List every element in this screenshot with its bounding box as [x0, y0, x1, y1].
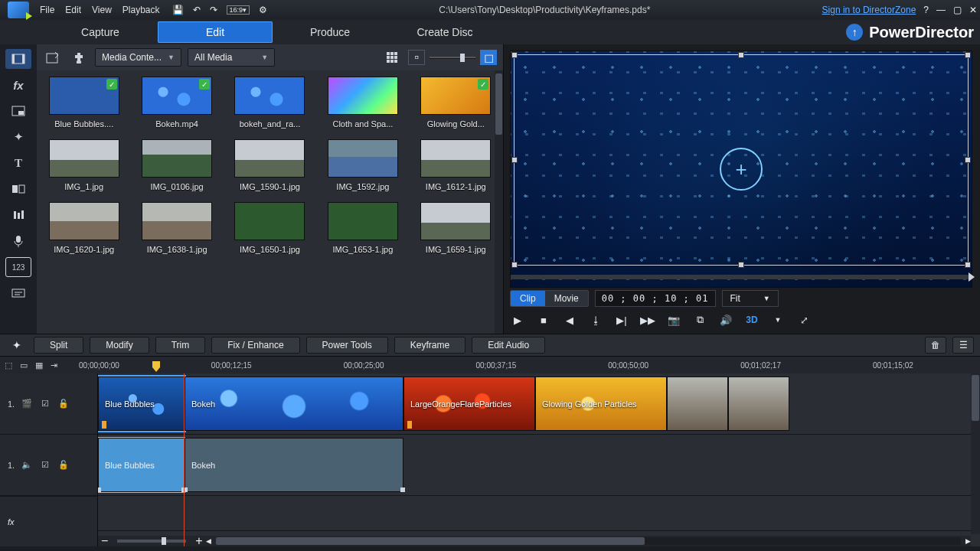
prev-frame-icon[interactable]: ◀: [562, 312, 577, 328]
room-pip-icon[interactable]: [5, 101, 31, 121]
media-thumbnail[interactable]: IMG_1592.jpg: [323, 139, 402, 191]
fx-track[interactable]: [98, 496, 980, 531]
magic-tools-icon[interactable]: ✦: [6, 339, 28, 351]
video-track[interactable]: Blue BubblesBokehLargeOrangeFlareParticl…: [98, 373, 980, 435]
undo-icon[interactable]: ↶: [193, 5, 201, 15]
timeline-clip[interactable]: Blue Bubbles: [98, 377, 185, 431]
room-title-icon[interactable]: T: [5, 153, 31, 173]
media-thumbnail[interactable]: ✓Glowing Gold...: [416, 77, 495, 129]
close-button[interactable]: ✕: [969, 5, 977, 15]
zoom-in-icon[interactable]: +: [192, 534, 205, 548]
keyframe-marker[interactable]: [407, 421, 412, 429]
snapshot-icon[interactable]: 📷: [666, 312, 681, 328]
keyframe-button[interactable]: Keyframe: [394, 337, 466, 354]
audio-track-header[interactable]: 1. 🔈 ☑ 🔓: [0, 435, 97, 496]
timeline-vscroll[interactable]: [971, 373, 980, 534]
zoom-out-icon[interactable]: −: [98, 534, 111, 548]
video-track-header[interactable]: 1. 🎬 ☑ 🔓: [0, 373, 97, 435]
undock-icon[interactable]: ⤢: [796, 312, 812, 328]
menu-file[interactable]: File: [40, 5, 54, 15]
more-tools-icon[interactable]: ☰: [952, 337, 974, 354]
modify-button[interactable]: Modify: [90, 337, 149, 354]
mode-produce[interactable]: Produce: [273, 21, 387, 43]
plugin-icon[interactable]: [69, 48, 89, 67]
thumb-large-icon[interactable]: ◻: [480, 50, 497, 65]
hscroll-left-icon[interactable]: ◀: [206, 537, 211, 545]
playhead-line[interactable]: [184, 373, 185, 546]
timecode-display[interactable]: 00 ; 00 ; 10 ; 01: [595, 290, 716, 307]
media-thumbnail[interactable]: ✓Blue Bubbles....: [44, 77, 123, 129]
upload-icon[interactable]: ↑: [846, 24, 863, 41]
minimize-button[interactable]: —: [936, 5, 946, 15]
lock-icon[interactable]: 🔓: [57, 399, 70, 409]
menu-view[interactable]: View: [92, 5, 112, 15]
room-chapter-icon[interactable]: 123: [5, 257, 31, 277]
media-thumbnail[interactable]: IMG_0106.jpg: [137, 139, 216, 191]
room-voiceover-icon[interactable]: [5, 231, 31, 251]
delete-icon[interactable]: 🗑: [925, 337, 946, 354]
mode-edit[interactable]: Edit: [158, 21, 273, 43]
media-thumbnail[interactable]: ✓Bokeh.mp4: [137, 77, 216, 129]
media-thumbnail[interactable]: IMG_1653-1.jpg: [323, 202, 402, 254]
timeline-audio-clip[interactable]: Blue Bubbles: [98, 438, 185, 492]
save-icon[interactable]: 💾: [172, 5, 184, 15]
zoom-fit-dropdown[interactable]: Fit▼: [722, 290, 779, 307]
next-frame-icon[interactable]: ▶|: [614, 312, 629, 328]
maximize-button[interactable]: ▢: [953, 5, 962, 15]
play-icon[interactable]: ▶: [510, 312, 525, 328]
media-thumbnail[interactable]: bokeh_and_ra...: [230, 77, 309, 129]
library-filter-dropdown[interactable]: All Media▼: [188, 48, 275, 67]
hscroll-right-icon[interactable]: ▶: [965, 537, 971, 545]
timeline-hscroll[interactable]: [216, 537, 961, 545]
track-manager-icon[interactable]: ⬚: [5, 359, 12, 371]
power-tools-button[interactable]: Power Tools: [306, 337, 388, 354]
media-thumbnail[interactable]: IMG_1590-1.jpg: [230, 139, 309, 191]
fix-enhance-button[interactable]: Fix / Enhance: [211, 337, 299, 354]
edit-audio-button[interactable]: Edit Audio: [472, 337, 545, 354]
media-thumbnail[interactable]: IMG_1.jpg: [44, 139, 123, 191]
timeline-clip[interactable]: [728, 377, 789, 431]
lock-icon[interactable]: 🔓: [57, 460, 70, 471]
aspect-icon[interactable]: 16:9▾: [227, 5, 250, 15]
keyframe-marker[interactable]: [102, 421, 106, 429]
zoom-slider[interactable]: [117, 540, 186, 543]
menu-playback[interactable]: Playback: [122, 5, 160, 15]
menu-edit[interactable]: Edit: [65, 5, 81, 15]
room-audio-mix-icon[interactable]: [5, 205, 31, 225]
visibility-icon[interactable]: ☑: [39, 460, 51, 471]
preview-seekbar[interactable]: [511, 275, 972, 279]
room-particle-icon[interactable]: ✦: [5, 127, 31, 147]
split-button[interactable]: Split: [34, 337, 83, 354]
fast-forward-icon[interactable]: ▶▶: [640, 312, 655, 328]
signin-link[interactable]: Sign in to DirectorZone: [822, 5, 916, 15]
mode-capture[interactable]: Capture: [43, 21, 158, 43]
room-fx-icon[interactable]: fx: [5, 75, 31, 95]
media-thumbnail[interactable]: IMG_1620-1.jpg: [44, 202, 123, 254]
redo-icon[interactable]: ↷: [210, 5, 217, 15]
room-media-icon[interactable]: [5, 49, 31, 69]
trim-button[interactable]: Trim: [155, 337, 206, 354]
media-thumbnail[interactable]: IMG_1650-1.jpg: [230, 202, 309, 254]
timeline-clip[interactable]: Bokeh: [185, 377, 403, 431]
mode-create-disc[interactable]: Create Disc: [387, 21, 502, 43]
3d-toggle[interactable]: 3D: [744, 312, 760, 328]
visibility-icon[interactable]: ☑: [39, 399, 51, 409]
grid-view-icon[interactable]: [382, 48, 402, 67]
preview-mode-toggle[interactable]: Clip Movie: [510, 290, 589, 307]
room-transition-icon[interactable]: [5, 179, 31, 199]
stop-icon[interactable]: ■: [536, 312, 551, 328]
playhead-marker[interactable]: [151, 361, 162, 372]
dual-preview-icon[interactable]: ⧉: [692, 312, 707, 328]
3d-dropdown-icon[interactable]: ▼: [770, 312, 786, 328]
step-back-icon[interactable]: ⭳: [588, 312, 603, 328]
room-subtitle-icon[interactable]: [5, 283, 31, 303]
timeline-clip[interactable]: [667, 377, 728, 431]
import-icon[interactable]: [43, 48, 63, 67]
audio-track[interactable]: Blue BubblesBokeh: [98, 435, 980, 496]
movie-view-icon[interactable]: ▭: [20, 359, 28, 371]
library-scrollbar[interactable]: ▲▼: [495, 70, 503, 334]
settings-icon[interactable]: ⚙: [259, 5, 267, 15]
media-thumbnail[interactable]: IMG_1659-1.jpg: [416, 202, 495, 254]
media-thumbnail[interactable]: Cloth and Spa...: [323, 77, 402, 129]
thumbnail-size-slider[interactable]: ▫ ◻: [408, 50, 497, 65]
